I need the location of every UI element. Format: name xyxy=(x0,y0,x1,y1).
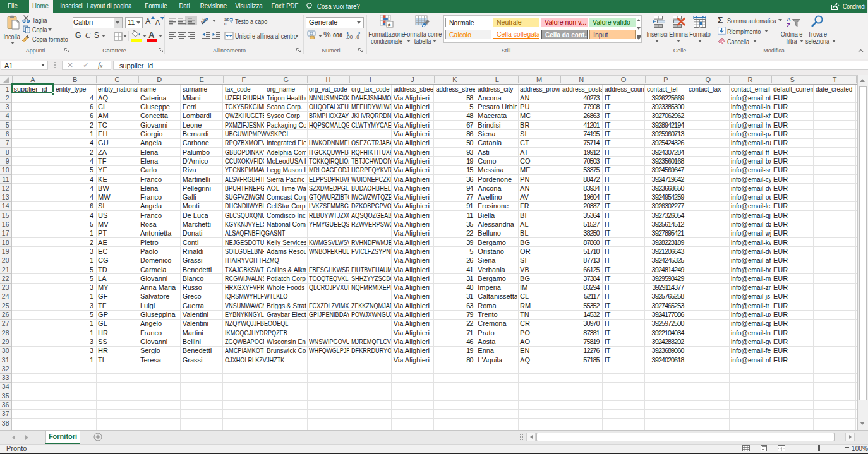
svg-text:,0: ,0 xyxy=(355,34,359,39)
svg-text:c: c xyxy=(224,21,227,25)
svg-text:≠: ≠ xyxy=(388,22,391,28)
svg-text:Z: Z xyxy=(787,21,790,28)
svg-text:,00: ,00 xyxy=(346,34,353,39)
svg-text:ab: ab xyxy=(201,16,208,25)
